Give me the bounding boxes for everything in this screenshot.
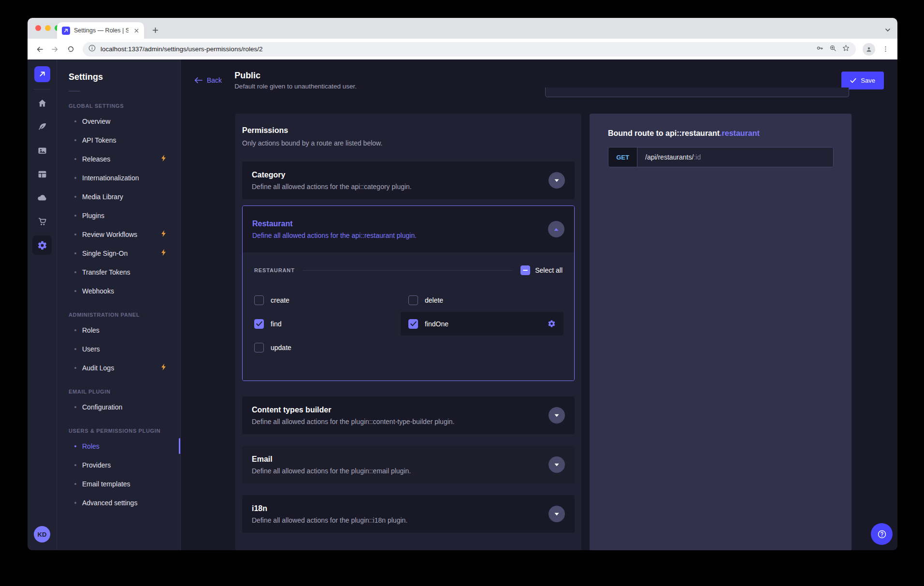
save-button[interactable]: Save — [841, 72, 884, 89]
content-manager-feather-icon[interactable] — [32, 117, 52, 136]
back-link[interactable]: Back — [194, 76, 222, 84]
tab-close-icon[interactable] — [132, 27, 140, 34]
sidebar-item-audit-logs[interactable]: Audit Logs — [57, 358, 180, 377]
checkbox-update-unchecked[interactable] — [254, 343, 264, 352]
bullet-icon — [74, 120, 76, 122]
group-divider — [303, 270, 513, 271]
sidebar-item-overview[interactable]: Overview — [57, 112, 180, 131]
sidebar-item-internationalization[interactable]: Internationalization — [57, 168, 180, 187]
bullet-icon — [74, 445, 76, 447]
page-title: Public — [234, 71, 357, 81]
strapi-logo[interactable] — [34, 66, 50, 82]
section-email-plugin: EMAIL PLUGIN — [57, 389, 180, 395]
settings-title: Settings — [57, 72, 180, 82]
content-type-builder-icon[interactable] — [32, 164, 52, 184]
accordion-ctb-text: Content types builder Define all allowed… — [252, 406, 454, 425]
browser-menu-icon[interactable] — [878, 42, 893, 57]
accordion-title: Category — [252, 171, 412, 179]
marketplace-cart-icon[interactable] — [32, 212, 52, 231]
role-description-field-partial[interactable] — [545, 88, 849, 97]
permissions-accordion-list: Category Define all allowed actions for … — [242, 161, 575, 533]
address-bar[interactable]: localhost:1337/admin/settings/users-perm… — [83, 42, 856, 57]
minimize-window-button[interactable] — [45, 25, 51, 31]
browser-tab[interactable]: Settings — Roles | Strapi — [57, 22, 144, 39]
accordion-content-types-builder[interactable]: Content types builder Define all allowed… — [242, 396, 575, 434]
deploy-cloud-icon[interactable] — [32, 188, 52, 207]
new-tab-button[interactable] — [149, 24, 161, 36]
sidebar-item-review-workflows[interactable]: Review Workflows — [57, 225, 180, 244]
sidebar-item-providers[interactable]: Providers — [57, 455, 180, 474]
close-window-button[interactable] — [35, 25, 41, 31]
accordion-restaurant-text: Restaurant Define all allowed actions fo… — [252, 220, 417, 239]
user-avatar[interactable]: KD — [34, 526, 50, 542]
browser-tabstrip: Settings — Roles | Strapi — [28, 18, 897, 39]
bookmark-star-icon[interactable] — [842, 44, 850, 54]
chevron-down-icon[interactable] — [549, 407, 565, 424]
bullet-icon — [74, 406, 76, 408]
bullet-icon — [74, 215, 76, 217]
sidebar-item-single-sign-on[interactable]: Single Sign-On — [57, 244, 180, 263]
accordion-category[interactable]: Category Define all allowed actions for … — [242, 161, 575, 199]
reload-icon[interactable] — [63, 42, 78, 57]
bullet-icon — [74, 252, 76, 254]
bullet-icon — [74, 139, 76, 141]
chevron-down-icon[interactable] — [549, 172, 565, 189]
bullet-icon — [74, 158, 76, 160]
sidebar-item-advanced-settings[interactable]: Advanced settings — [57, 493, 180, 512]
site-info-icon[interactable] — [88, 44, 96, 54]
sidebar-item-admin-roles[interactable]: Roles — [57, 321, 180, 339]
sidebar-item-api-tokens[interactable]: API Tokens — [57, 131, 180, 149]
url-text[interactable]: localhost:1337/admin/settings/users-perm… — [101, 45, 811, 53]
section-global-settings: GLOBAL SETTINGS — [57, 103, 180, 109]
premium-bolt-icon — [160, 230, 167, 239]
help-button[interactable] — [871, 523, 893, 545]
tab-search-chevron-icon[interactable] — [885, 25, 891, 34]
bullet-icon — [74, 177, 76, 179]
bullet-icon — [74, 502, 76, 504]
action-find[interactable]: find — [254, 312, 408, 336]
bullet-icon — [74, 196, 76, 198]
select-all-checkbox-indeterminate[interactable] — [520, 265, 530, 275]
select-all-label: Select all — [535, 266, 563, 274]
password-key-icon[interactable] — [816, 44, 824, 54]
chevron-down-icon[interactable] — [549, 456, 565, 473]
browser-profile-avatar[interactable] — [863, 43, 875, 56]
checkbox-create-unchecked[interactable] — [254, 295, 264, 305]
home-icon[interactable] — [32, 93, 52, 113]
zoom-icon[interactable] — [829, 44, 837, 54]
action-create[interactable]: create — [254, 288, 408, 312]
sidebar-item-media-library[interactable]: Media Library — [57, 187, 180, 206]
accordion-email-text: Email Define all allowed actions for the… — [252, 455, 411, 475]
sidebar-item-up-roles[interactable]: Roles — [57, 437, 180, 455]
accordion-email[interactable]: Email Define all allowed actions for the… — [242, 446, 575, 483]
bullet-icon — [74, 271, 76, 273]
forward-nav-icon[interactable] — [48, 42, 62, 57]
strapi-app: KD Settings GLOBAL SETTINGS Overview API… — [28, 59, 897, 550]
back-nav-icon[interactable] — [32, 42, 47, 57]
advanced-settings-gear-icon[interactable] — [548, 320, 556, 328]
media-library-icon[interactable] — [32, 141, 52, 160]
accordion-restaurant-header[interactable]: Restaurant Define all allowed actions fo… — [243, 206, 574, 252]
premium-bolt-icon — [160, 249, 167, 258]
sidebar-item-email-templates[interactable]: Email templates — [57, 474, 180, 493]
accordion-i18n[interactable]: i18n Define all allowed actions for the … — [242, 495, 575, 533]
checkbox-findone-checked[interactable] — [408, 319, 418, 329]
chevron-down-icon[interactable] — [549, 506, 565, 522]
sidebar-item-transfer-tokens[interactable]: Transfer Tokens — [57, 263, 180, 281]
select-all-control[interactable]: Select all — [520, 265, 563, 275]
sidebar-item-releases[interactable]: Releases — [57, 149, 180, 168]
action-findone-selected[interactable]: findOne — [401, 312, 563, 336]
sidebar-item-configuration[interactable]: Configuration — [57, 397, 180, 416]
sidebar-item-plugins[interactable]: Plugins — [57, 206, 180, 225]
chevron-up-icon[interactable] — [548, 221, 564, 237]
sidebar-item-users[interactable]: Users — [57, 339, 180, 358]
checkbox-find-checked[interactable] — [254, 319, 264, 329]
bullet-icon — [74, 329, 76, 331]
restaurant-group-row: RESTAURANT Select all — [254, 252, 563, 284]
action-delete[interactable]: delete — [408, 288, 563, 312]
checkbox-delete-unchecked[interactable] — [408, 295, 418, 305]
sidebar-item-webhooks[interactable]: Webhooks — [57, 281, 180, 300]
action-update[interactable]: update — [254, 336, 408, 359]
accordion-category-text: Category Define all allowed actions for … — [252, 171, 412, 190]
settings-gear-icon[interactable] — [32, 235, 52, 255]
